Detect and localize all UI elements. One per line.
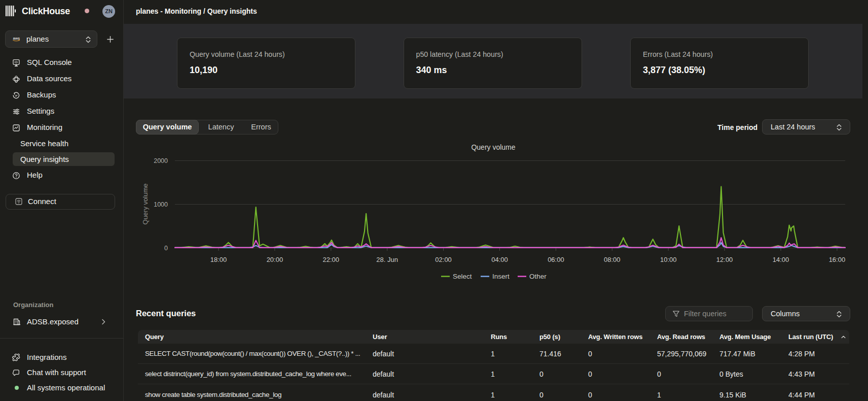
svg-text:14:00: 14:00 <box>773 256 789 263</box>
svg-text:22:00: 22:00 <box>323 256 340 263</box>
svg-text:Select: Select <box>453 273 472 280</box>
svg-text:0: 0 <box>164 245 168 252</box>
svg-text:Insert: Insert <box>492 273 510 280</box>
svg-text:Query volume: Query volume <box>141 184 149 225</box>
svg-text:Query volume: Query volume <box>471 143 515 151</box>
svg-text:02:00: 02:00 <box>435 256 452 263</box>
svg-text:1000: 1000 <box>154 201 168 208</box>
svg-text:2000: 2000 <box>154 157 168 164</box>
svg-text:aws: aws <box>13 37 20 41</box>
svg-text:08:00: 08:00 <box>604 256 621 263</box>
svg-text:12:00: 12:00 <box>716 256 733 263</box>
svg-text:10:00: 10:00 <box>660 256 677 263</box>
svg-text:Other: Other <box>529 273 547 280</box>
svg-text:20:00: 20:00 <box>267 256 283 263</box>
svg-text:04:00: 04:00 <box>491 256 508 263</box>
svg-text:28. Jun: 28. Jun <box>376 256 398 263</box>
svg-text:06:00: 06:00 <box>548 256 564 263</box>
svg-text:18:00: 18:00 <box>210 256 227 263</box>
svg-text:16:00: 16:00 <box>829 256 846 263</box>
